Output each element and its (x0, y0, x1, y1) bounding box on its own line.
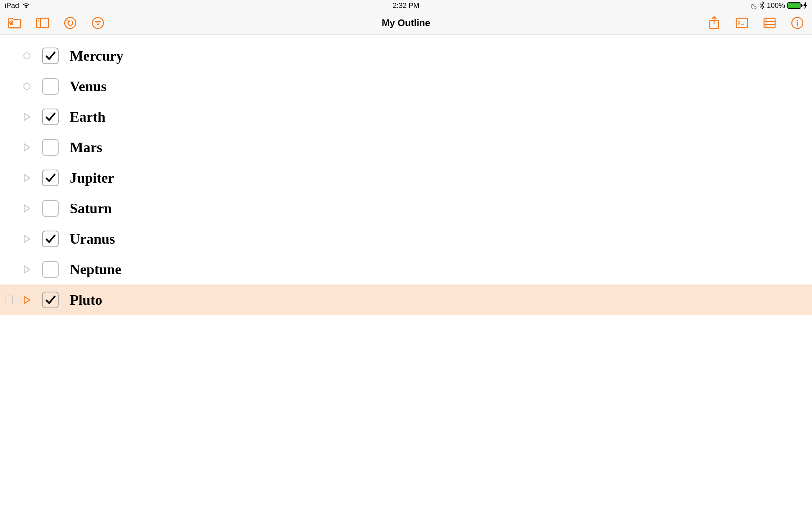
documents-button[interactable] (8, 16, 21, 30)
row-checkbox[interactable] (42, 292, 59, 308)
row-handle[interactable] (17, 295, 36, 305)
checkmark-icon (44, 172, 56, 184)
wifi-icon (22, 2, 30, 9)
row-handle[interactable] (17, 173, 36, 183)
svg-point-20 (797, 20, 798, 21)
row-handle[interactable] (17, 265, 36, 274)
share-button[interactable] (707, 16, 721, 30)
rows-button[interactable] (763, 16, 776, 30)
status-time: 2:32 PM (393, 2, 419, 10)
row-handle[interactable] (17, 204, 36, 213)
row-label[interactable]: Neptune (70, 261, 121, 278)
disclosure-triangle-icon (23, 173, 31, 183)
row-checkbox[interactable] (42, 48, 59, 64)
svg-point-18 (766, 25, 767, 27)
outline-row[interactable]: Neptune (0, 254, 812, 284)
outline-row[interactable]: Earth (0, 101, 812, 132)
disclosure-triangle-icon (23, 295, 31, 305)
row-handle[interactable] (17, 83, 36, 90)
disclosure-triangle-icon (23, 112, 31, 122)
row-checkbox[interactable] (42, 261, 59, 278)
row-checkbox[interactable] (42, 109, 59, 125)
svg-point-17 (766, 22, 767, 23)
charging-icon (803, 2, 807, 9)
row-checkbox[interactable] (42, 139, 59, 156)
outline-row[interactable]: Jupiter (0, 162, 812, 193)
row-handle[interactable] (17, 52, 36, 59)
row-label[interactable]: Mercury (70, 48, 123, 64)
console-button[interactable] (735, 16, 749, 30)
row-handle[interactable] (17, 234, 36, 244)
svg-rect-11 (736, 18, 747, 28)
checkmark-icon (44, 111, 56, 123)
note-indicator-icon (6, 296, 13, 304)
row-label[interactable]: Pluto (70, 292, 102, 308)
row-checkbox[interactable] (42, 200, 59, 217)
document-title: My Outline (382, 17, 431, 29)
outline-row[interactable]: Mars (0, 132, 812, 162)
sidebar-toggle-button[interactable] (36, 16, 49, 30)
svg-point-4 (65, 17, 76, 29)
filter-button[interactable] (91, 16, 105, 30)
battery-percent: 100% (767, 2, 785, 10)
row-handle[interactable] (17, 143, 36, 152)
disclosure-triangle-icon (23, 234, 31, 244)
svg-rect-0 (36, 18, 48, 28)
undo-button[interactable] (63, 16, 77, 30)
outline-row[interactable]: Venus (0, 71, 812, 101)
outline-row[interactable]: Mercury (0, 40, 812, 71)
row-checkbox[interactable] (42, 78, 59, 95)
bluetooth-icon (760, 2, 764, 10)
row-handle[interactable] (17, 112, 36, 122)
status-bar: iPad 2:32 PM 100% (0, 0, 812, 11)
checkmark-icon (44, 233, 56, 245)
disclosure-triangle-icon (23, 143, 31, 152)
device-label: iPad (5, 2, 19, 10)
row-label[interactable]: Saturn (70, 200, 112, 217)
row-label[interactable]: Uranus (70, 231, 115, 247)
checkmark-icon (44, 50, 56, 62)
svg-point-16 (766, 19, 767, 20)
disclosure-triangle-icon (23, 204, 31, 213)
battery-icon (787, 2, 801, 9)
outline-list: Mercury Venus Earth Mars Jupiter (0, 35, 812, 315)
disclosure-triangle-icon (23, 265, 31, 274)
do-not-disturb-icon (751, 2, 757, 9)
row-label[interactable]: Jupiter (70, 170, 114, 186)
outline-row[interactable]: Saturn (0, 193, 812, 223)
toolbar: My Outline (0, 11, 812, 35)
leaf-handle-icon (23, 52, 31, 59)
leaf-handle-icon (23, 83, 31, 90)
row-label[interactable]: Earth (70, 109, 105, 125)
outline-row[interactable]: Pluto (0, 284, 812, 315)
row-label[interactable]: Venus (70, 78, 107, 95)
row-checkbox[interactable] (42, 170, 59, 186)
checkmark-icon (44, 294, 56, 306)
row-label[interactable]: Mars (70, 139, 102, 156)
outline-row[interactable]: Uranus (0, 223, 812, 254)
info-button[interactable] (791, 16, 804, 30)
row-checkbox[interactable] (42, 231, 59, 247)
